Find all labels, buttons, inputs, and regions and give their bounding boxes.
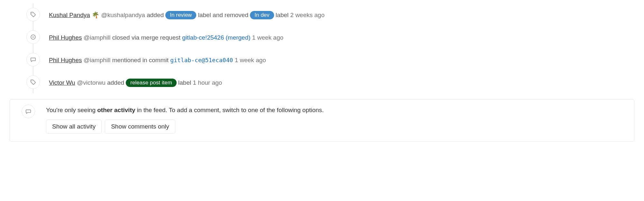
timestamp: 1 week ago	[235, 57, 266, 63]
action-text: added	[107, 79, 124, 86]
action-text: mentioned in commit	[112, 57, 169, 63]
activity-item: Kushal Pandya 🌴 @kushalpandya added In r…	[10, 3, 634, 26]
svg-point-3	[32, 81, 32, 81]
status-emoji: 🌴	[92, 10, 99, 20]
activity-filter-notice: You're only seeing other activity in the…	[10, 99, 634, 142]
label-badge[interactable]: release post item	[126, 79, 176, 87]
action-text: added	[147, 12, 164, 18]
closed-icon	[26, 30, 40, 44]
timestamp: 2 weeks ago	[290, 12, 325, 18]
action-text: closed via merge request	[112, 34, 180, 41]
show-comments-only-button[interactable]: Show comments only	[105, 120, 175, 134]
action-text: label	[178, 79, 191, 86]
username[interactable]: @kushalpandya	[101, 12, 145, 18]
merge-request-link[interactable]: gitlab-ce!25426 (merged)	[182, 34, 250, 41]
author-link[interactable]: Victor Wu	[49, 79, 75, 86]
comment-icon	[22, 105, 35, 118]
label-icon	[26, 75, 40, 89]
author-link[interactable]: Phil Hughes	[49, 34, 82, 41]
action-text: label	[276, 12, 289, 18]
action-text: label and removed	[198, 12, 248, 18]
filter-message: You're only seeing other activity in the…	[46, 107, 324, 114]
author-link[interactable]: Kushal Pandya	[49, 12, 90, 18]
commit-link[interactable]: gitlab-ce@51eca040	[170, 57, 233, 63]
show-all-activity-button[interactable]: Show all activity	[46, 120, 102, 134]
label-icon	[26, 8, 40, 21]
label-badge[interactable]: In review	[165, 11, 196, 19]
username[interactable]: @iamphill	[84, 57, 111, 63]
activity-item: Victor Wu @victorwu added release post i…	[10, 71, 634, 93]
label-badge[interactable]: In dev	[250, 11, 274, 19]
username[interactable]: @iamphill	[84, 34, 111, 41]
timestamp: 1 hour ago	[193, 79, 222, 86]
activity-item: Phil Hughes @iamphill mentioned in commi…	[10, 48, 634, 71]
username[interactable]: @victorwu	[77, 79, 106, 86]
timestamp: 1 week ago	[252, 34, 283, 41]
svg-point-0	[32, 13, 32, 14]
author-link[interactable]: Phil Hughes	[49, 57, 82, 63]
comment-icon	[26, 53, 40, 66]
activity-item: Phil Hughes @iamphill closed via merge r…	[10, 26, 634, 48]
